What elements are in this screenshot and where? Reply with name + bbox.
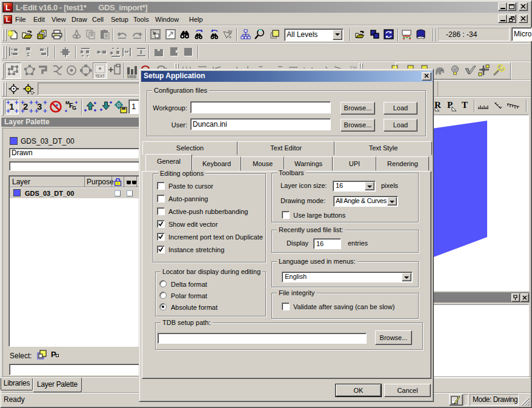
svg-text:TEXT: TEXT: [95, 74, 105, 78]
svg-text:MBB: MBB: [127, 75, 137, 78]
